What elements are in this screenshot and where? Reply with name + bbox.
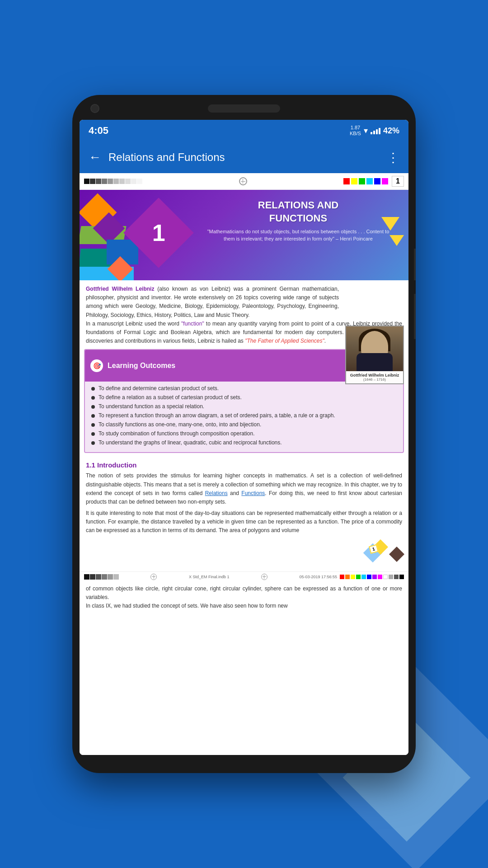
geo-brown-diamond bbox=[389, 547, 404, 562]
app-bar: ← Relations and Functions ⋮ bbox=[80, 142, 408, 173]
portrait-body bbox=[357, 353, 393, 371]
signal-bar-1 bbox=[371, 132, 372, 134]
chapter-quote: "Mathematicians do not study objects, bu… bbox=[192, 228, 404, 242]
signal-bar-2 bbox=[373, 131, 375, 134]
lo-bullet-7 bbox=[91, 441, 95, 445]
chapter-title: RELATIONS AND FUNCTIONS bbox=[192, 199, 404, 225]
textbook-page-1: 1 1 bbox=[80, 173, 408, 613]
lo-item-1: To define and determine cartesian produc… bbox=[91, 385, 397, 392]
bio-end: . bbox=[324, 338, 326, 344]
page-footer-date: 05-03-2019 17:56:55 bbox=[299, 575, 337, 579]
function-link: "function" bbox=[181, 321, 204, 327]
chapter-header: 1 RELATIONS AND FUNCTIONS "Mathematician… bbox=[80, 190, 408, 280]
volume-button-1 bbox=[414, 249, 416, 280]
data-speed: 1.87 KB/S bbox=[350, 125, 361, 137]
chapter-title-box: RELATIONS AND FUNCTIONS "Mathematicians … bbox=[192, 199, 404, 242]
lo-item-text-7: To understand the graphs of linear, quad… bbox=[99, 439, 282, 446]
bottom-geo-decoration: 1 bbox=[80, 539, 408, 571]
relations-link: Relations bbox=[205, 490, 228, 496]
lo-bullet-4 bbox=[91, 414, 95, 418]
portrait-years: (1646 – 1716) bbox=[348, 377, 401, 382]
lo-item-text-4: To represent a function through an arrow… bbox=[99, 412, 335, 419]
lo-item-text-3: To understand function as a special rela… bbox=[99, 403, 204, 410]
portrait-image: Gottfried Wilhelm Leibniz (1646 – 1716) bbox=[346, 326, 403, 383]
lo-bullet-6 bbox=[91, 432, 95, 436]
lo-bullet-2 bbox=[91, 396, 95, 400]
lo-item-3: To understand function as a special rela… bbox=[91, 403, 397, 410]
lo-icon: 🎯 bbox=[90, 359, 103, 372]
battery-percent: 42% bbox=[383, 126, 399, 136]
color-swatches bbox=[343, 178, 388, 184]
status-bar: 4:05 1.87 KB/S ▾ 42% bbox=[80, 120, 408, 142]
intro-heading: 1.1 Introduction bbox=[86, 461, 402, 469]
portrait-caption: Gottfried Wilhelm Leibniz (1646 – 1716) bbox=[346, 371, 403, 383]
applied-sciences-text: "The Father of Applied Sciences" bbox=[245, 338, 324, 344]
lo-item-6: To study combination of functions throug… bbox=[91, 430, 397, 437]
intro-paragraph-1: The notion of sets provides the stimulus… bbox=[86, 472, 402, 506]
phone-frame: 4:05 1.87 KB/S ▾ 42% ← Relations and Fun… bbox=[72, 95, 416, 773]
lo-item-7: To understand the graphs of linear, quad… bbox=[91, 439, 397, 446]
biography-text: Gottfried Wilhelm Leibniz (also known as… bbox=[86, 285, 339, 320]
lo-item-2: To define a relation as a subset of cart… bbox=[91, 394, 397, 401]
intro-text-3: It is quite interesting to note that mos… bbox=[86, 510, 402, 533]
functions-link: Functions bbox=[241, 490, 265, 496]
intro-paragraph-2: It is quite interesting to note that mos… bbox=[86, 509, 402, 535]
page-footer-reg-mark-2 bbox=[230, 574, 300, 580]
page-number: 1 bbox=[392, 176, 404, 187]
lo-item-text-6: To study combination of functions throug… bbox=[99, 430, 255, 437]
app-bar-title: Relations and Functions bbox=[108, 151, 380, 164]
page-footer-grayscale bbox=[84, 574, 119, 580]
status-icons: 1.87 KB/S ▾ 42% bbox=[350, 125, 399, 137]
and-text: and bbox=[228, 490, 242, 496]
volume-button-2 bbox=[414, 294, 416, 339]
status-time: 4:05 bbox=[89, 125, 108, 137]
leibniz-link: Gottfried Wilhelm Leibniz bbox=[86, 286, 154, 292]
lo-title: Learning Outcomes bbox=[108, 362, 175, 370]
back-button[interactable]: ← bbox=[89, 150, 101, 165]
page-header-strip: 1 bbox=[80, 173, 408, 190]
lo-bullet-5 bbox=[91, 423, 95, 427]
earpiece-speaker bbox=[208, 104, 280, 113]
signal-bar-3 bbox=[376, 129, 378, 134]
phone-top-bar bbox=[72, 95, 416, 122]
chapter-number: 1 bbox=[152, 219, 165, 246]
page2-text: of common objects like circle, right cir… bbox=[86, 585, 402, 611]
page-footer-filename: X Std_EM Final.indb 1 bbox=[189, 575, 230, 579]
page-footer-strip: X Std_EM Final.indb 1 05-03-2019 17:56:5… bbox=[80, 571, 408, 582]
manuscript-text: In a manuscript Leibniz used the word bbox=[86, 321, 181, 327]
portrait-box: Gottfried Wilhelm Leibniz (1646 – 1716) bbox=[345, 326, 404, 384]
page-footer-reg-mark bbox=[119, 574, 189, 580]
lo-item-text-2: To define a relation as a subset of cart… bbox=[99, 394, 242, 401]
introduction-section: 1.1 Introduction The notion of sets prov… bbox=[80, 458, 408, 538]
lo-bullet-1 bbox=[91, 387, 95, 391]
lo-item-4: To represent a function through an arrow… bbox=[91, 412, 397, 419]
overflow-menu-button[interactable]: ⋮ bbox=[387, 150, 399, 165]
lo-item-5: To classify functions as one-one, many-o… bbox=[91, 421, 397, 428]
lo-bullet-3 bbox=[91, 405, 95, 409]
wifi-icon: ▾ bbox=[364, 126, 368, 136]
content-area[interactable]: 1 1 bbox=[80, 173, 408, 755]
lo-items-list: To define and determine cartesian produc… bbox=[85, 382, 403, 452]
page2-content: of common objects like circle, right cir… bbox=[80, 582, 408, 613]
lo-header: 🎯 Learning Outcomes bbox=[85, 350, 376, 382]
signal-icon bbox=[371, 127, 380, 134]
front-camera bbox=[90, 104, 99, 113]
lo-item-text-5: To classify functions as one-one, many-o… bbox=[99, 421, 261, 428]
signal-bar-4 bbox=[379, 128, 380, 134]
page-footer-swatches bbox=[340, 575, 404, 579]
registration-mark bbox=[142, 177, 343, 185]
biography-section: Gottfried Wilhelm Leibniz (1646 – 1716) … bbox=[80, 280, 408, 349]
grayscale-strip bbox=[84, 179, 142, 184]
phone-screen: 4:05 1.87 KB/S ▾ 42% ← Relations and Fun… bbox=[80, 120, 408, 755]
geo-bottom: 1 bbox=[366, 542, 402, 569]
lo-item-text-1: To define and determine cartesian produc… bbox=[99, 385, 219, 392]
portrait-name: Gottfried Wilhelm Leibniz bbox=[348, 373, 401, 377]
